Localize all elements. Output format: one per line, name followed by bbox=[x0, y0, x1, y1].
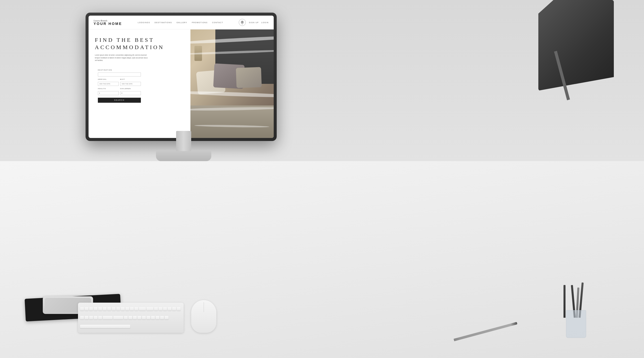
spacebar bbox=[80, 325, 130, 328]
monitor-screen: Luxury Rentals YOUR HOME LODGINGS Destin… bbox=[89, 16, 274, 138]
key bbox=[85, 307, 89, 311]
lamp-head bbox=[538, 0, 614, 91]
key bbox=[107, 307, 111, 311]
key bbox=[103, 316, 113, 319]
arrival-group: ARRIVAL bbox=[98, 79, 119, 86]
key bbox=[121, 307, 125, 311]
key bbox=[163, 307, 167, 311]
nav-login[interactable]: LOGIN bbox=[261, 22, 269, 23]
key bbox=[133, 316, 137, 319]
children-group: CHILDREN 0123 bbox=[120, 88, 141, 95]
hero-image-panel bbox=[190, 29, 274, 138]
monitor: Luxury Rentals YOUR HOME LODGINGS Destin… bbox=[86, 13, 282, 169]
hero-left-panel: FIND THE BEST ACCOMMODATION Lorem ipsum … bbox=[89, 29, 190, 138]
destination-group: DESTINATION bbox=[98, 69, 141, 77]
key bbox=[155, 316, 159, 319]
dates-row: ARRIVAL EXIT bbox=[98, 79, 141, 86]
key bbox=[89, 307, 93, 311]
exit-label: EXIT bbox=[120, 79, 141, 80]
key bbox=[177, 307, 181, 311]
exit-group: EXIT bbox=[120, 79, 141, 86]
bedroom-background bbox=[190, 29, 274, 138]
search-form: DESTINATION ARRIVAL EXIT bbox=[95, 67, 144, 105]
key bbox=[158, 307, 163, 311]
key bbox=[142, 316, 146, 319]
pen-cup bbox=[564, 293, 589, 338]
destination-label: DESTINATION bbox=[98, 69, 141, 71]
key bbox=[80, 316, 84, 319]
key bbox=[112, 307, 116, 311]
hero-title-line1: FIND THE BEST bbox=[95, 37, 154, 43]
key bbox=[137, 316, 141, 319]
key bbox=[130, 307, 134, 311]
hero-description: Lorem ipsum dolor sit amet, consectetur … bbox=[95, 54, 150, 62]
pen-1 bbox=[564, 285, 566, 318]
adults-select[interactable]: 1234 bbox=[98, 91, 119, 95]
nav-contact[interactable]: CoNTACT bbox=[212, 22, 223, 23]
site-navigation: Luxury Rentals YOUR HOME LODGINGS Destin… bbox=[89, 16, 274, 29]
key bbox=[146, 316, 150, 319]
logo-main-text: YOUR HOME bbox=[94, 22, 122, 25]
key bbox=[146, 307, 153, 311]
key bbox=[134, 307, 138, 311]
website: Luxury Rentals YOUR HOME LODGINGS Destin… bbox=[89, 16, 274, 138]
arrival-label: ARRIVAL bbox=[98, 79, 119, 80]
key bbox=[98, 307, 102, 311]
hero-title: FIND THE BEST ACCOMMODATION bbox=[95, 37, 184, 51]
nav-lodgings[interactable]: LODGINGS bbox=[138, 22, 150, 23]
key bbox=[165, 316, 169, 319]
nav-auth: SIGN UP LOGIN bbox=[249, 22, 269, 23]
key bbox=[125, 307, 129, 311]
key bbox=[89, 316, 93, 319]
mouse-divider bbox=[204, 302, 204, 312]
monitor-outer: Luxury Rentals YOUR HOME LODGINGS Destin… bbox=[86, 13, 277, 141]
destination-input[interactable] bbox=[98, 73, 141, 77]
arrival-input[interactable] bbox=[98, 82, 119, 86]
key bbox=[80, 307, 84, 311]
nav-signup[interactable]: SIGN UP bbox=[249, 22, 259, 23]
site-logo: Luxury Rentals YOUR HOME bbox=[94, 20, 122, 25]
search-button[interactable]: SEARCH bbox=[98, 98, 141, 103]
key bbox=[154, 307, 158, 311]
nav-gallery[interactable]: GALLERY bbox=[177, 22, 187, 23]
nav-location-icon bbox=[239, 19, 246, 26]
key bbox=[116, 307, 120, 311]
nav-promotions[interactable]: PRoMotiOnS bbox=[192, 22, 208, 23]
guests-row: ADULTS 1234 CHILDREN 0123 bbox=[98, 88, 141, 95]
site-hero: FIND THE BEST ACCOMMODATION Lorem ipsum … bbox=[89, 29, 274, 138]
pen-cup-container bbox=[566, 310, 586, 338]
key bbox=[151, 316, 155, 319]
key bbox=[98, 316, 102, 319]
exit-input[interactable] bbox=[120, 82, 141, 86]
hero-title-line2: ACCOMMODATION bbox=[95, 44, 164, 50]
pillow-3 bbox=[236, 67, 262, 88]
children-select[interactable]: 0123 bbox=[120, 91, 141, 95]
adults-label: ADULTS bbox=[98, 88, 119, 89]
keyboard bbox=[78, 303, 184, 333]
adults-group: ADULTS 1234 bbox=[98, 88, 119, 95]
nav-destinations[interactable]: DestinatiONS bbox=[155, 22, 172, 23]
key bbox=[128, 316, 132, 319]
svg-point-1 bbox=[242, 22, 243, 22]
mouse bbox=[191, 300, 216, 333]
key bbox=[168, 307, 172, 311]
key bbox=[113, 316, 123, 319]
children-label: CHILDREN bbox=[120, 88, 141, 89]
desk-lamp bbox=[533, 0, 614, 126]
key bbox=[94, 316, 98, 319]
key bbox=[85, 316, 89, 319]
key bbox=[139, 307, 146, 311]
monitor-stand-base bbox=[156, 151, 211, 161]
key bbox=[94, 307, 98, 311]
nav-links: LODGINGS DestinatiONS GALLERY PRoMotiOnS… bbox=[138, 22, 223, 23]
key bbox=[172, 307, 176, 311]
key bbox=[160, 316, 164, 319]
key bbox=[103, 307, 107, 311]
key bbox=[124, 316, 128, 319]
